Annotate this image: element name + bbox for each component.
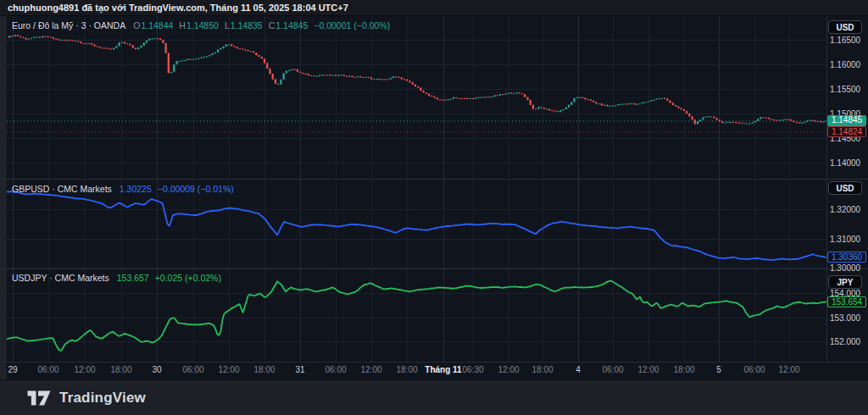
left-gutter	[0, 16, 7, 379]
price-tick: 1.31000	[830, 235, 860, 244]
tradingview-logo-icon[interactable]	[27, 390, 51, 406]
high-value: 1.14850	[186, 20, 219, 30]
time-axis[interactable]: 2906:0012:0018:003006:0012:0018:003106:0…	[0, 362, 826, 379]
low-label: L	[225, 20, 230, 30]
pane-legend-gbpusd[interactable]: GBPUSD · CMC Markets1.30225−0.00009 (−0.…	[12, 184, 240, 196]
price-scale[interactable]: USD USD JPY 1.165001.160001.155001.15000…	[826, 16, 868, 362]
low-value: 1.14835	[231, 20, 263, 30]
currency-pill-usd[interactable]: USD	[828, 20, 862, 34]
last-value: 153.657	[117, 273, 149, 283]
price-tick: 1.16000	[830, 60, 860, 69]
price-tick: 1.30000	[830, 263, 860, 273]
symbol-title[interactable]: USDJPY · CMC Markets	[12, 273, 109, 283]
change-value: −0.00001 (−0.00%)	[314, 20, 390, 30]
change-value: +0.025 (+0.02%)	[155, 273, 221, 283]
bid-price-badge-eurusd: 1.14824	[827, 126, 866, 137]
pane-legend-usdjpy[interactable]: USDJPY · CMC Markets153.657+0.025 (+0.02…	[12, 273, 227, 285]
tradingview-brand[interactable]: TradingView	[59, 390, 146, 407]
close-value: 1.14845	[275, 20, 308, 30]
pane-legend-eurusd[interactable]: Euro / Đô la Mỹ · 3 · OANDAO1.14844H1.14…	[12, 20, 396, 32]
price-tick: 1.16500	[830, 36, 860, 45]
attribution-bar: chuphuong4891 đã tạo với TradingView.com…	[0, 0, 868, 16]
price-tick: 1.14000	[830, 158, 860, 168]
change-value: −0.00009 (−0.01%)	[158, 184, 234, 194]
currency-pill-jpy[interactable]: JPY	[828, 275, 862, 289]
tradingview-snapshot: chuphuong4891 đã tạo với TradingView.com…	[0, 0, 868, 415]
price-tick: 152.000	[830, 337, 860, 346]
currency-pill-usd[interactable]: USD	[828, 181, 862, 195]
close-label: C	[269, 20, 275, 30]
last-price-badge-eurusd: 1.14845	[827, 115, 866, 126]
pane-eurusd[interactable]	[7, 17, 826, 179]
high-label: H	[179, 20, 186, 30]
footer-bar: TradingView	[0, 379, 868, 415]
symbol-title[interactable]: GBPUSD · CMC Markets	[12, 184, 112, 194]
price-tick: 1.32000	[830, 205, 860, 214]
last-price-badge-usdjpy: 153.654	[827, 296, 866, 307]
symbol-title[interactable]: Euro / Đô la Mỹ · 3 · OANDA	[12, 20, 125, 30]
open-value: 1.14844	[141, 20, 173, 30]
open-label: O	[133, 20, 140, 30]
price-tick: 1.15500	[830, 85, 860, 94]
last-value: 1.30225	[120, 184, 152, 194]
last-price-badge-gbpusd: 1.30360	[827, 252, 866, 263]
time-label: 12:00	[765, 365, 813, 374]
price-tick: 153.000	[830, 313, 860, 323]
